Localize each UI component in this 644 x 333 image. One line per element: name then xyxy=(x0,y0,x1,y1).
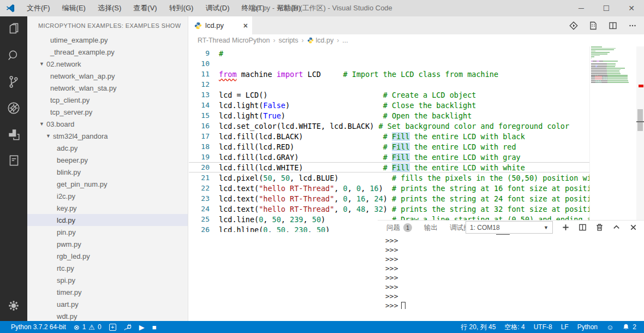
code-editor[interactable]: 9#1011from machine import LCD # Import t… xyxy=(189,46,644,232)
close-button[interactable]: ✕ xyxy=(619,0,644,16)
tab-output-label: 输出 xyxy=(424,223,438,233)
problems-status[interactable]: ⊗ 1 ⚠ 0 xyxy=(74,323,102,331)
terminal-output[interactable]: >>>>>>>>>>>>>>>>>>>>>>>> xyxy=(378,235,644,309)
maximize-panel-icon[interactable] xyxy=(612,223,621,231)
code-line-18[interactable]: 18lcd.fill(lcd.RED) # Fill the entire LC… xyxy=(189,141,589,152)
tree-item[interactable]: blink.py xyxy=(27,166,188,178)
feedback-button[interactable]: ☺ xyxy=(606,323,613,331)
tab-output[interactable]: 输出 xyxy=(424,221,438,235)
code-line-22[interactable]: 22lcd.text("hello RT-Thread", 0, 0, 16) … xyxy=(189,183,589,193)
maximize-button[interactable]: ☐ xyxy=(594,0,619,16)
scrollbar-thumb[interactable] xyxy=(637,109,643,131)
tree-item[interactable]: tcp_server.py xyxy=(27,106,188,118)
stop-button[interactable]: ■ xyxy=(152,323,157,331)
indentation[interactable]: 空格: 4 xyxy=(504,323,524,332)
add-connection-button[interactable]: + xyxy=(109,324,116,331)
code-line-10[interactable]: 10 xyxy=(189,58,589,69)
explorer-icon[interactable] xyxy=(0,16,27,43)
run-flash-icon[interactable] xyxy=(567,19,581,33)
menu-item-4[interactable]: 转到(G) xyxy=(164,1,199,15)
cursor-position[interactable]: 行 20, 列 45 xyxy=(461,323,496,332)
connect-device-button[interactable] xyxy=(124,323,132,331)
minimap[interactable] xyxy=(589,46,636,232)
code-line-9[interactable]: 9# xyxy=(189,48,589,58)
micropython-examples-icon[interactable] xyxy=(0,147,27,174)
code-line-20[interactable]: 20lcd.fill(lcd.WHITE) # Fill the entire … xyxy=(189,162,589,173)
language-mode[interactable]: Python xyxy=(577,323,598,331)
breadcrumb-item-0[interactable]: RT-Thread MicroPython xyxy=(198,37,270,44)
search-icon[interactable] xyxy=(0,43,27,69)
tree-item[interactable]: ▼02.network xyxy=(27,58,188,70)
code-line-21[interactable]: 21lcd.pixel(50, 50, lcd.BLUE) # fills th… xyxy=(189,173,589,183)
menu-item-0[interactable]: 文件(F) xyxy=(22,1,55,15)
settings-gear-icon[interactable] xyxy=(0,293,27,319)
code-line-12[interactable]: 12 xyxy=(189,79,589,90)
breadcrumb-item-1[interactable]: scripts xyxy=(278,37,298,44)
tree-item[interactable]: utime_example.py xyxy=(27,34,188,46)
split-editor-icon[interactable] xyxy=(606,19,620,33)
breadcrumb-item-3[interactable]: ... xyxy=(342,37,348,44)
menu-item-2[interactable]: 选择(S) xyxy=(93,1,126,15)
tree-item[interactable]: i2c.py xyxy=(27,190,188,202)
code-line-14[interactable]: 14lcd.light(False) # Close the backlight xyxy=(189,100,589,110)
eol-sequence[interactable]: LF xyxy=(561,323,569,331)
minimize-button[interactable]: ─ xyxy=(569,0,594,16)
menu-item-1[interactable]: 编辑(E) xyxy=(57,1,91,15)
code-line-17[interactable]: 17lcd.fill(lcd.BLACK) # Fill the entire … xyxy=(189,131,589,141)
debug-icon[interactable] xyxy=(0,95,27,121)
terminal-prompt-line: >>> xyxy=(385,282,644,292)
tree-item[interactable]: key.py xyxy=(27,202,188,214)
tree-item[interactable]: rgb_led.py xyxy=(27,250,188,262)
code-text: lcd.fill(lcd.WHITE) # Fill the entire LC… xyxy=(219,163,525,172)
tree-item[interactable]: ▼03.board xyxy=(27,118,188,130)
binary-file-icon[interactable] xyxy=(586,19,600,33)
source-control-icon[interactable] xyxy=(0,69,27,95)
notifications-button[interactable]: 2 xyxy=(622,323,636,331)
code-line-23[interactable]: 23lcd.text("hello RT-Thread", 0, 16, 24)… xyxy=(189,193,589,204)
code-line-15[interactable]: 15lcd.light(True) # Open the backlight xyxy=(189,110,589,121)
new-terminal-icon[interactable] xyxy=(562,223,570,231)
code-line-16[interactable]: 16lcd.set_color(lcd.WHITE, lcd.BLACK) # … xyxy=(189,121,589,131)
tree-item[interactable]: _thread_example.py xyxy=(27,46,188,58)
tree-item[interactable]: lcd.py xyxy=(27,214,188,226)
menu-item-5[interactable]: 调试(D) xyxy=(200,1,234,15)
code-line-11[interactable]: 11from machine import LCD # Import the L… xyxy=(189,69,589,79)
tree-item[interactable]: uart.py xyxy=(27,298,188,310)
kill-terminal-icon[interactable] xyxy=(595,223,604,231)
tab-label: lcd.py xyxy=(205,21,240,29)
menu-item-6[interactable]: 终端(T) xyxy=(236,1,270,15)
tab-lcd-py[interactable]: lcd.py × xyxy=(189,16,252,34)
terminal-select[interactable]: 1: COM18 ▼ xyxy=(466,221,553,234)
tree-item[interactable]: rtc.py xyxy=(27,262,188,274)
split-terminal-icon[interactable] xyxy=(579,223,587,231)
tree-item[interactable]: ▼stm32l4_pandora xyxy=(27,130,188,142)
encoding[interactable]: UTF-8 xyxy=(534,323,552,331)
tree-item[interactable]: beeper.py xyxy=(27,154,188,166)
run-button[interactable]: ▶ xyxy=(139,323,145,331)
vscode-window: 文件(F)编辑(E)选择(S)查看(V)转到(G)调试(D)终端(T)帮助(H)… xyxy=(0,0,644,333)
tree-item[interactable]: pwm.py xyxy=(27,238,188,250)
breadcrumb-item-2[interactable]: lcd.py xyxy=(307,37,334,44)
terminal-prompt-line: >>> xyxy=(385,254,644,264)
code-line-24[interactable]: 24lcd.text("hello RT-Thread", 0, 48, 32)… xyxy=(189,204,589,214)
tree-item[interactable]: get_pin_num.py xyxy=(27,178,188,190)
menu-item-7[interactable]: 帮助(H) xyxy=(272,1,306,15)
more-actions-icon[interactable] xyxy=(625,19,640,33)
tab-close-icon[interactable]: × xyxy=(243,21,248,30)
tree-item[interactable]: wdt.py xyxy=(27,310,188,321)
tree-item[interactable]: network_wlan_sta.py xyxy=(27,82,188,94)
tree-item[interactable]: timer.py xyxy=(27,286,188,298)
tree-item[interactable]: spi.py xyxy=(27,274,188,286)
menu-item-3[interactable]: 查看(V) xyxy=(128,1,162,15)
tree-item[interactable]: pin.py xyxy=(27,226,188,238)
code-line-13[interactable]: 13lcd = LCD() # Create a LCD object xyxy=(189,90,589,100)
tab-problems[interactable]: 问题 1 xyxy=(386,221,412,235)
python-interpreter[interactable]: Python 3.7.2 64-bit xyxy=(11,323,66,331)
close-panel-icon[interactable] xyxy=(629,223,637,231)
vertical-scrollbar[interactable] xyxy=(636,46,644,232)
extensions-icon[interactable] xyxy=(0,121,27,147)
code-line-19[interactable]: 19lcd.fill(lcd.GRAY) # Fill the entire L… xyxy=(189,152,589,162)
tree-item[interactable]: adc.py xyxy=(27,142,188,154)
tree-item[interactable]: tcp_client.py xyxy=(27,94,188,106)
tree-item[interactable]: network_wlan_ap.py xyxy=(27,70,188,82)
